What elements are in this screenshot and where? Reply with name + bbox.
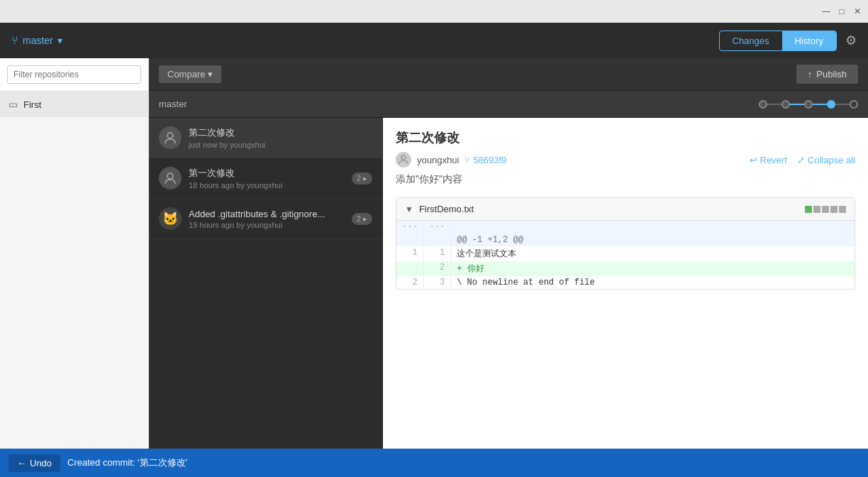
settings-button[interactable]: ⚙ [845, 33, 857, 48]
branch-dropdown-icon: ▾ [57, 35, 62, 46]
file-diff-header: ▼ FirstDemo.txt [396, 198, 855, 221]
commit-avatar-3: 🐱 [159, 207, 182, 230]
minimize-button[interactable]: — [821, 6, 831, 16]
diff-indicator [805, 206, 846, 213]
diff-old-num-1: 1 [396, 246, 423, 261]
commit-line-3 [813, 104, 827, 105]
commit-item-3[interactable]: 🐱 Added .gitattributes & .gitignore... 1… [149, 199, 382, 239]
tab-group: Changes History [719, 31, 838, 51]
title-bar: — □ ✕ [0, 0, 868, 23]
branch-name: master [23, 35, 53, 46]
commit-item-2[interactable]: 第一次修改 18 hours ago by youngxhui 2 ▸ [149, 158, 382, 199]
revert-button[interactable]: ↩ Revert [750, 155, 787, 165]
diff-ellipsis-old: ··· [396, 221, 423, 234]
commit-avatar-1 [159, 126, 182, 149]
publish-label: Publish [816, 69, 847, 80]
svg-point-1 [167, 173, 173, 179]
main-panel: Compare ▾ ↑ Publish master [149, 58, 868, 449]
file-diff-name: FirstDemo.txt [419, 204, 474, 214]
sidebar: ▭ First [0, 58, 149, 449]
commit-dot-1 [759, 100, 767, 109]
diff-row-ellipsis: ··· ··· [396, 221, 855, 234]
detail-meta: youngxhui ⑂ 58693f9 ↩ Revert ⤢ [396, 152, 855, 168]
diff-row-added: 2 + 你好 [396, 261, 855, 276]
filter-repositories-input[interactable] [7, 65, 141, 84]
commit-title-3: Added .gitattributes & .gitignore... [189, 209, 345, 219]
commit-avatar-2 [159, 167, 182, 190]
compare-label: Compare [167, 69, 205, 80]
diff-meta-content [451, 221, 855, 234]
diff-dot-gray-4 [839, 206, 846, 213]
sidebar-top [0, 58, 148, 92]
app-container: ⑂ master ▾ Changes History ⚙ ▭ First [0, 23, 868, 477]
commit-line-2 [790, 104, 804, 105]
diff-new-num-added: 2 [423, 261, 451, 276]
detail-message: 添加"你好"内容 [396, 173, 855, 186]
publish-icon: ↑ [808, 69, 813, 80]
diff-old-num-added [396, 261, 423, 276]
diff-dot-green [805, 206, 812, 213]
tab-history[interactable]: History [782, 31, 836, 50]
branch-bar: master [149, 91, 868, 118]
hash-icon: ⑂ [464, 155, 470, 165]
commit-meta-3: 19 hours ago by youngxhui [189, 221, 345, 229]
commit-item-1[interactable]: 第二次修改 just now by youngxhui [149, 118, 382, 158]
header: ⑂ master ▾ Changes History ⚙ [0, 23, 868, 58]
diff-new-num-1: 1 [423, 246, 451, 261]
undo-label: Undo [30, 458, 52, 468]
close-button[interactable]: ✕ [852, 6, 862, 16]
branch-selector[interactable]: ⑂ master ▾ [11, 34, 62, 47]
commit-info-3: Added .gitattributes & .gitignore... 19 … [189, 209, 345, 229]
diff-dot-gray-2 [822, 206, 829, 213]
branch-bar-label: master [159, 99, 187, 109]
undo-button[interactable]: ← Undo [9, 454, 60, 472]
commit-list: 第二次修改 just now by youngxhui [149, 118, 383, 449]
repository-item-first[interactable]: ▭ First [0, 92, 148, 117]
diff-old-num-2: 2 [396, 276, 423, 289]
detail-commit-title: 第二次修改 [396, 129, 855, 146]
commit-meta-2: 18 hours ago by youngxhui [189, 181, 345, 190]
compare-button[interactable]: Compare ▾ [159, 65, 221, 83]
commit-dot-2 [781, 100, 790, 109]
commit-badge-2: 2 ▸ [352, 172, 372, 185]
diff-content-1: 这个是测试文本 [451, 246, 855, 261]
collapse-icon: ⤢ [797, 155, 805, 165]
revert-icon: ↩ [750, 155, 757, 165]
diff-hunk-content: @@ -1 +1,2 @@ [451, 234, 855, 246]
diff-row-hunk: @@ -1 +1,2 @@ [396, 234, 855, 246]
svg-point-0 [167, 133, 173, 138]
commit-detail: 第二次修改 youngxhui ⑂ 58693f9 [383, 118, 868, 449]
detail-author: youngxhui [417, 155, 459, 165]
detail-hash: ⑂ 58693f9 [464, 155, 506, 165]
hash-value: 58693f9 [473, 155, 506, 165]
file-diff-toggle-button[interactable]: ▼ [405, 204, 413, 214]
diff-content-2: \ No newline at end of file [451, 276, 855, 289]
diff-dot-gray-1 [813, 206, 820, 213]
panel-toolbar: Compare ▾ ↑ Publish [149, 58, 868, 91]
commit-badge-3: 2 ▸ [352, 213, 372, 225]
commit-meta-1: just now by youngxhui [189, 141, 372, 149]
content-area: ▭ First Compare ▾ ↑ Publish master [0, 58, 868, 449]
status-bar: ← Undo Created commit: '第二次修改' [0, 449, 868, 477]
diff-table: ··· ··· @@ -1 +1,2 @@ [396, 221, 855, 289]
commit-title-2: 第一次修改 [189, 167, 345, 180]
detail-avatar [396, 152, 411, 168]
tab-changes[interactable]: Changes [720, 31, 782, 50]
repository-name: First [23, 99, 41, 110]
commit-graph [759, 100, 858, 109]
diff-content-added: + 你好 [451, 261, 855, 276]
commit-info-1: 第二次修改 just now by youngxhui [189, 126, 372, 149]
branch-icon: ⑂ [11, 34, 18, 47]
diff-hunk-old-num [396, 234, 423, 246]
diff-row-2: 2 3 \ No newline at end of file [396, 276, 855, 289]
collapse-all-button[interactable]: ⤢ Collapse all [797, 155, 855, 165]
commit-info-2: 第一次修改 18 hours ago by youngxhui [189, 167, 345, 190]
commit-line-1 [767, 104, 781, 105]
publish-button[interactable]: ↑ Publish [796, 65, 858, 84]
revert-label: Revert [760, 155, 787, 165]
detail-actions: ↩ Revert ⤢ Collapse all [750, 155, 856, 165]
undo-icon: ← [17, 458, 26, 468]
diff-dot-gray-3 [830, 206, 838, 213]
svg-point-2 [401, 155, 406, 160]
maximize-button[interactable]: □ [837, 6, 847, 16]
